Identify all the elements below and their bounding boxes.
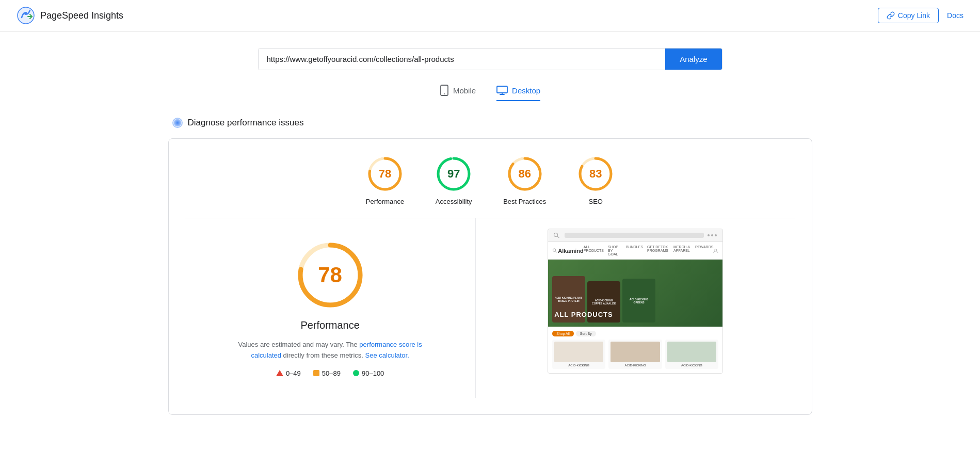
seo-score: 83 — [589, 167, 602, 181]
main-content: Analyze Mobile Desktop Diagnose performa… — [160, 31, 821, 431]
performance-circle: 78 — [366, 155, 404, 192]
score-item-performance[interactable]: 78 Performance — [366, 155, 404, 205]
header-actions: Copy Link Docs — [878, 8, 963, 23]
nav-link-3: BUNDLES — [626, 245, 643, 256]
desktop-tab-label: Desktop — [512, 86, 540, 95]
search-small-icon — [553, 232, 561, 238]
hero-product-3-name: AC! D-KICKING GREENS — [624, 298, 653, 304]
screenshot-nav-links: ALL PRODUCTS SHOP BY GOAL BUNDLES GET DE… — [584, 245, 714, 256]
screenshot-search-icon — [552, 247, 558, 255]
screenshot-filters: Shop All Sort By — [552, 331, 718, 336]
screenshot-hero: ACID-KICKING PLANT-BASED PROTEIN ACID-KI… — [548, 260, 722, 327]
mobile-tab-label: Mobile — [453, 86, 476, 95]
seo-circle: 83 — [577, 155, 614, 192]
website-screenshot: Alkamind ALL PRODUCTS SHOP BY GOAL BUNDL… — [548, 229, 723, 374]
score-item-accessibility[interactable]: 97 Accessibility — [435, 155, 472, 205]
results-card: 78 Performance 97 Accessibility — [168, 138, 812, 415]
mobile-tab[interactable]: Mobile — [440, 85, 476, 101]
logo-area: PageSpeed Insights — [17, 6, 123, 25]
svg-point-1 — [24, 12, 27, 15]
svg-point-18 — [711, 234, 713, 236]
best-practices-score: 86 — [518, 167, 531, 181]
hero-product-2-name: ACID-KICKING COFFEE ALKALIZE — [589, 299, 618, 305]
performance-score: 78 — [379, 167, 391, 181]
accessibility-score: 97 — [447, 167, 460, 181]
app-title: PageSpeed Insights — [40, 10, 123, 21]
legend-item-red: 0–49 — [276, 369, 301, 377]
green-circle-icon — [353, 370, 359, 376]
accessibility-circle: 97 — [435, 155, 472, 192]
big-performance-label: Performance — [300, 319, 360, 331]
header: PageSpeed Insights Copy Link Docs — [0, 0, 980, 31]
product-img-1 — [554, 342, 603, 362]
svg-rect-4 — [497, 86, 507, 93]
product-card-1: ACID-KICKING — [552, 340, 605, 369]
detail-left: 78 Performance Values are estimated and … — [185, 218, 476, 398]
seo-label: SEO — [589, 198, 603, 205]
product-name-2: ACID-KICKING — [625, 364, 646, 367]
accessibility-label: Accessibility — [436, 198, 472, 205]
legend-green-range: 90–100 — [362, 369, 384, 377]
diagnose-dot-icon — [172, 118, 183, 128]
nav-link-1: ALL PRODUCTS — [584, 245, 604, 256]
copy-link-button[interactable]: Copy Link — [878, 8, 939, 23]
product-card-3: ACID-KICKING — [665, 340, 718, 369]
hero-text-overlay: ALL PRODUCTS — [554, 311, 613, 318]
hero-product-1-name: ACID-KICKING PLANT-BASED PROTEIN — [554, 296, 583, 302]
mobile-icon — [440, 85, 449, 96]
scores-row: 78 Performance 97 Accessibility — [185, 155, 795, 218]
svg-point-17 — [708, 234, 710, 236]
screenshot-site-name: Alkamind — [558, 248, 584, 254]
red-triangle-icon — [276, 370, 283, 376]
performance-description: Values are estimated and may vary. The p… — [237, 340, 423, 361]
url-bar-container: Analyze — [168, 48, 812, 70]
product-card-2: ACID-KICKING — [608, 340, 662, 369]
hero-products: ACID-KICKING PLANT-BASED PROTEIN ACID-KI… — [548, 272, 660, 327]
screenshot-product-grid: ACID-KICKING ACID-KICKING ACID-KICKING — [552, 340, 718, 369]
screenshot-user-icon — [713, 247, 718, 254]
section-header: Diagnose performance issues — [168, 118, 812, 128]
nav-link-4: GET DETOX PROGRAMS — [647, 245, 669, 256]
screenshot-products-section: Shop All Sort By ACID-KICKING ACID-KICKI… — [548, 327, 722, 373]
browser-nav-icon — [707, 232, 717, 238]
orange-square-icon — [313, 370, 319, 376]
device-toggle: Mobile Desktop — [168, 85, 812, 101]
pagespeed-logo-icon — [17, 6, 35, 25]
hero-product-3: AC! D-KICKING GREENS — [622, 279, 655, 323]
nav-link-6: REWARDS — [695, 245, 714, 256]
legend-item-green: 90–100 — [353, 369, 384, 377]
detail-section: 78 Performance Values are estimated and … — [185, 218, 795, 398]
desktop-icon — [496, 86, 508, 95]
filter-chip-2: Sort By — [576, 331, 596, 336]
product-name-1: ACID-KICKING — [568, 364, 589, 367]
desktop-tab[interactable]: Desktop — [496, 85, 540, 101]
copy-link-label: Copy Link — [898, 11, 930, 20]
big-performance-circle: 78 — [294, 239, 366, 311]
url-input[interactable] — [259, 49, 666, 70]
svg-point-22 — [715, 249, 717, 251]
score-legend: 0–49 50–89 90–100 — [276, 369, 384, 377]
section-title: Diagnose performance issues — [188, 118, 304, 128]
svg-point-3 — [444, 93, 445, 94]
legend-orange-range: 50–89 — [322, 369, 341, 377]
product-name-3: ACID-KICKING — [681, 364, 702, 367]
best-practices-label: Best Practices — [503, 198, 546, 205]
svg-point-19 — [715, 234, 717, 236]
link-icon — [887, 11, 895, 20]
analyze-button[interactable]: Analyze — [665, 49, 721, 70]
nav-link-2: SHOP BY GOAL — [608, 245, 622, 256]
score-item-best-practices[interactable]: 86 Best Practices — [503, 155, 546, 205]
performance-label: Performance — [366, 198, 404, 205]
product-img-3 — [667, 342, 716, 362]
best-practices-circle: 86 — [506, 155, 543, 192]
url-bar-wrapper: Analyze — [258, 48, 722, 70]
detail-right: Alkamind ALL PRODUCTS SHOP BY GOAL BUNDL… — [476, 218, 795, 398]
big-performance-score: 78 — [318, 263, 342, 287]
browser-bar — [548, 229, 722, 242]
see-calculator-link[interactable]: See calculator. — [365, 351, 409, 359]
docs-button[interactable]: Docs — [947, 11, 963, 20]
score-item-seo[interactable]: 83 SEO — [577, 155, 614, 205]
legend-red-range: 0–49 — [286, 369, 301, 377]
filter-chip-1: Shop All — [552, 331, 574, 336]
legend-item-orange: 50–89 — [313, 369, 341, 377]
